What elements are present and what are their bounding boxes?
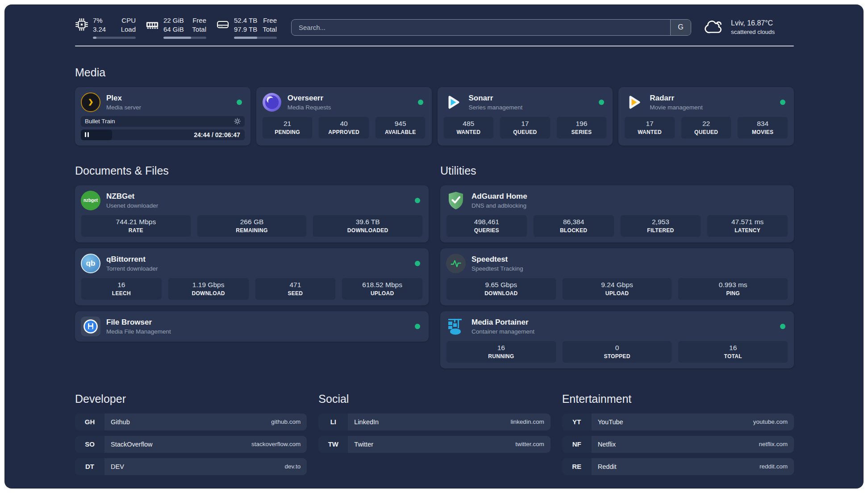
nzbget-icon: nzbget [81, 191, 100, 210]
now-playing-title: Bullet Train [85, 118, 115, 125]
pause-icon[interactable] [85, 132, 89, 137]
status-online-dot [415, 324, 420, 329]
stat-rate: 744.21 Mbps RATE [81, 215, 191, 237]
app-card-sonarr[interactable]: Sonarr Series management 485 WANTED 17 Q… [438, 87, 613, 146]
bookmark-dev[interactable]: DT DEV dev.to [75, 458, 307, 475]
load-label: Load [121, 25, 136, 34]
qbittorrent-icon: qb [81, 254, 100, 273]
section-utilities: Utilities [440, 164, 794, 368]
bookmark-youtube[interactable]: YT YouTube youtube.com [562, 414, 794, 430]
app-card-portainer[interactable]: Media Portainer Container management 16 … [440, 311, 794, 368]
bookmark-netflix[interactable]: NF Netflix netflix.com [562, 436, 794, 453]
bookmark-heading-entertainment: Entertainment [562, 393, 794, 405]
top-bar: 7% 3.24 CPU Load [75, 16, 794, 39]
bookmark-abbr: DT [75, 458, 104, 475]
bookmark-reddit[interactable]: RE Reddit reddit.com [562, 458, 794, 475]
stat-running: 16 RUNNING [446, 341, 556, 363]
bookmark-name: Netflix [598, 441, 616, 448]
bookmark-url: netflix.com [759, 441, 788, 447]
plex-icon [81, 92, 100, 112]
bookmark-twitter[interactable]: TW Twitter twitter.com [318, 436, 550, 453]
memory-icon [146, 18, 159, 31]
stat-downloaded: 39.6 TB DOWNLOADED [313, 215, 423, 237]
search-input[interactable] [292, 20, 670, 35]
app-card-overseerr[interactable]: Overseerr Media Requests 21 PENDING 40 A… [256, 87, 432, 146]
bookmark-abbr: RE [562, 458, 592, 475]
status-online-dot [415, 261, 420, 266]
cpu-widget: 7% 3.24 CPU Load [75, 16, 136, 39]
status-online-dot [415, 198, 420, 203]
status-online-dot [780, 100, 785, 105]
bookmark-heading-social: Social [318, 393, 550, 405]
app-card-nzbget[interactable]: nzbget NZBGet Usenet downloader 744.21 M… [75, 185, 429, 242]
app-card-plex[interactable]: Plex Media server Bullet Train [75, 87, 250, 146]
stat-download: 9.65 Gbps DOWNLOAD [446, 278, 556, 300]
disk-progress-bar [234, 37, 277, 39]
app-name: NZBGet [106, 192, 409, 201]
app-description: Media Requests [288, 104, 412, 111]
status-online-dot [418, 100, 423, 105]
bookmark-abbr: TW [318, 436, 348, 453]
portainer-icon [446, 317, 466, 336]
app-card-qbittorrent[interactable]: qb qBittorrent Torrent downloader 16 LEE… [75, 248, 429, 305]
weather-widget[interactable]: Lviv, 16.87°C scattered clouds [705, 19, 794, 36]
app-name: qBittorrent [106, 255, 409, 264]
cpu-usage-value: 7% [93, 16, 106, 25]
sonarr-icon [443, 92, 463, 112]
app-name: Radarr [650, 94, 774, 103]
disk-widget: 52.4 TB 97.9 TB Free Total [216, 16, 277, 39]
app-card-radarr[interactable]: Radarr Movie management 17 WANTED 22 QUE… [618, 87, 794, 146]
bookmark-abbr: LI [318, 414, 348, 430]
section-documents: Documents & Files nzbget NZBGet Usenet d… [75, 164, 429, 342]
settings-icon[interactable] [234, 118, 241, 125]
bookmark-name: LinkedIn [354, 418, 379, 426]
cpu-label: CPU [121, 16, 136, 25]
bookmark-name: Github [111, 418, 130, 426]
stat-filtered: 2,953 FILTERED [620, 215, 701, 237]
header-divider [75, 46, 794, 46]
stat-series: 196 SERIES [556, 117, 607, 139]
memory-total-label: Total [192, 25, 206, 34]
bookmark-name: YouTube [598, 418, 623, 426]
weather-condition: scattered clouds [731, 29, 775, 35]
app-description: Usenet downloader [106, 202, 409, 209]
bookmark-stackoverflow[interactable]: SO StackOverflow stackoverflow.com [75, 436, 307, 453]
app-description: Media server [106, 104, 231, 111]
bookmark-github[interactable]: GH Github github.com [75, 414, 307, 430]
plex-now-playing: Bullet Train [81, 116, 245, 140]
bookmark-url: github.com [271, 418, 300, 425]
playback-progress[interactable] [81, 130, 112, 140]
app-card-adguard[interactable]: AdGuard Home DNS and adblocking 498,461 … [440, 185, 794, 242]
stat-pending: 21 PENDING [262, 117, 313, 139]
app-card-filebrowser[interactable]: File Browser Media File Management [75, 311, 429, 342]
section-media: Media Plex Media server [75, 66, 794, 146]
cloud-icon [705, 19, 725, 36]
memory-free-value: 22 GiB [163, 16, 184, 25]
app-name: Sonarr [469, 94, 593, 103]
bookmark-url: reddit.com [760, 463, 788, 470]
bookmark-heading-developer: Developer [75, 393, 307, 405]
bookmark-group-developer: Developer GH Github github.com SO StackO… [75, 393, 307, 480]
bookmark-group-social: Social LI LinkedIn linkedin.com TW Twitt… [318, 393, 550, 480]
playback-time: 24:44 / 02:06:47 [194, 131, 245, 138]
app-name: Overseerr [288, 94, 412, 103]
bookmark-linkedin[interactable]: LI LinkedIn linkedin.com [318, 414, 550, 430]
disk-total-label: Total [263, 25, 277, 34]
section-title-utilities: Utilities [440, 164, 794, 177]
adguard-icon [446, 191, 466, 210]
section-title-documents: Documents & Files [75, 164, 429, 177]
app-name: AdGuard Home [472, 192, 788, 201]
stat-stopped: 0 STOPPED [562, 341, 672, 363]
dashboard-window: 7% 3.24 CPU Load [4, 4, 864, 489]
bookmark-abbr: GH [75, 414, 104, 430]
cpu-icon [75, 18, 88, 31]
stat-upload: 9.24 Gbps UPLOAD [562, 278, 672, 300]
bookmark-url: youtube.com [753, 418, 788, 425]
app-card-speedtest[interactable]: Speedtest Speedtest Tracking 9.65 Gbps D… [440, 248, 794, 305]
bookmark-url: linkedin.com [511, 418, 544, 425]
search-engine-button[interactable]: G [670, 20, 691, 35]
filebrowser-icon [81, 317, 100, 336]
status-online-dot [780, 324, 785, 329]
weather-location-temp: Lviv, 16.87°C [731, 19, 775, 27]
memory-total-value: 64 GiB [163, 25, 184, 34]
